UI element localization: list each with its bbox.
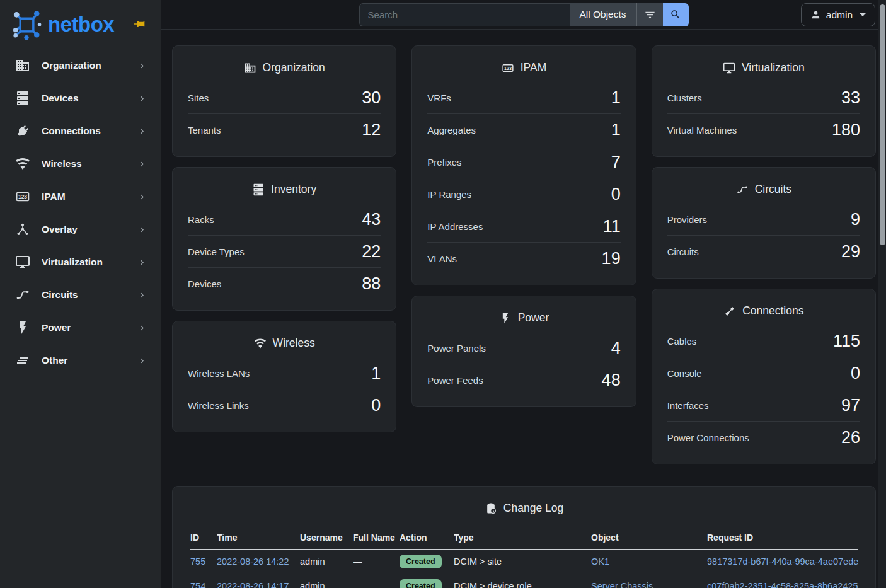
- sidebar-item-circuits[interactable]: Circuits: [0, 279, 161, 311]
- stat-label: Power Feeds: [427, 375, 483, 386]
- transit-icon: [15, 287, 30, 303]
- stat-label: Racks: [188, 214, 214, 225]
- change-username: admin: [300, 574, 353, 588]
- change-id-link[interactable]: 754: [190, 581, 205, 588]
- col-header-type: Type: [454, 527, 591, 550]
- dashboard: Organization Sites 30 Tenants 12: [161, 30, 886, 588]
- stat-label: Devices: [188, 279, 221, 289]
- stat-row-vrfs[interactable]: VRFs 1: [427, 82, 620, 114]
- stat-row-aggregates[interactable]: Aggregates 1: [427, 114, 620, 146]
- sidebar-item-wireless[interactable]: Wireless: [0, 147, 161, 180]
- card-title-text: Power: [518, 311, 549, 325]
- stat-row-providers[interactable]: Providers 9: [667, 204, 860, 236]
- stat-row-device-types[interactable]: Device Types 22: [188, 236, 381, 268]
- stat-row-clusters[interactable]: Clusters 33: [667, 82, 860, 114]
- stat-row-power-feeds[interactable]: Power Feeds 48: [427, 364, 620, 396]
- scrollbar-thumb[interactable]: [880, 4, 885, 245]
- chevron-right-icon: [137, 127, 147, 136]
- plug-icon: [15, 124, 30, 139]
- stat-label: VLANs: [427, 253, 457, 264]
- stat-value: 12: [362, 120, 381, 140]
- stat-label: Console: [667, 368, 702, 379]
- search-filter-button[interactable]: [636, 3, 663, 26]
- change-request-id-link[interactable]: 9817317d-b67f-440a-99ca-4ae07ede94df: [707, 556, 858, 567]
- change-type: DCIM > device role: [454, 574, 591, 588]
- change-id-link[interactable]: 755: [190, 556, 205, 567]
- col-header-id: ID: [190, 527, 217, 550]
- stat-label: Sites: [188, 93, 209, 103]
- chevron-right-icon: [137, 225, 147, 234]
- stat-row-cables[interactable]: Cables 115: [667, 325, 860, 357]
- stat-row-ip-addresses[interactable]: IP Addresses 11: [427, 210, 620, 243]
- stat-value: 26: [841, 428, 860, 447]
- stat-row-interfaces[interactable]: Interfaces 97: [667, 389, 860, 422]
- card-title-text: Connections: [742, 304, 803, 318]
- sidebar-item-devices[interactable]: Devices: [0, 82, 161, 115]
- sidebar-item-ipam[interactable]: IPAM: [0, 180, 161, 213]
- stat-row-wireless-lans[interactable]: Wireless LANs 1: [188, 357, 381, 389]
- stat-label: Clusters: [667, 93, 702, 103]
- stat-value: 97: [841, 396, 860, 415]
- stat-row-vlans[interactable]: VLANs 19: [427, 243, 620, 275]
- pin-sidebar-icon[interactable]: [133, 18, 146, 30]
- global-search: All Objects: [359, 3, 689, 26]
- change-full-name: —: [353, 574, 400, 588]
- col-header-object: Object: [591, 527, 707, 550]
- chevron-right-icon: [137, 258, 147, 267]
- stat-value: 88: [362, 274, 381, 294]
- stat-row-circuits[interactable]: Circuits 29: [667, 236, 860, 268]
- change-time-link[interactable]: 2022-08-26 14:17: [217, 581, 289, 588]
- stat-row-wireless-links[interactable]: Wireless Links 0: [188, 389, 381, 422]
- stat-value: 33: [841, 88, 860, 108]
- stat-row-racks[interactable]: Racks 43: [188, 204, 381, 236]
- stat-value: 1: [611, 120, 621, 140]
- stat-label: Power Connections: [667, 432, 749, 443]
- action-badge: Created: [400, 555, 442, 568]
- chevron-right-icon: [137, 192, 147, 202]
- sidebar-item-virtualization[interactable]: Virtualization: [0, 246, 161, 279]
- stat-row-tenants[interactable]: Tenants 12: [188, 114, 381, 146]
- search-scope-button[interactable]: All Objects: [570, 3, 636, 26]
- sidebar-item-power[interactable]: Power: [0, 311, 161, 344]
- brand-name[interactable]: netbox: [48, 13, 114, 37]
- dashboard-column-2: IPAM VRFs 1 Aggregates 1 Prefixes 7: [411, 45, 636, 407]
- stat-value: 43: [362, 210, 381, 229]
- change-full-name: —: [353, 550, 400, 574]
- sidebar-item-other[interactable]: Other: [0, 344, 161, 377]
- stat-row-power-connections[interactable]: Power Connections 26: [667, 422, 860, 454]
- main-area: All Objects admin Organization: [161, 0, 886, 588]
- card-title-text: Inventory: [271, 183, 316, 196]
- card-title: IPAM: [427, 51, 620, 82]
- stat-row-virtual-machines[interactable]: Virtual Machines 180: [667, 114, 860, 146]
- sidebar-item-overlay[interactable]: Overlay: [0, 213, 161, 246]
- change-object-link[interactable]: OK1: [591, 556, 609, 567]
- sidebar-item-organization[interactable]: Organization: [0, 49, 161, 82]
- stat-value: 0: [611, 185, 621, 204]
- netbox-logo-icon[interactable]: [10, 8, 43, 41]
- change-object-link[interactable]: Server Chassis: [591, 581, 653, 588]
- stat-row-power-panels[interactable]: Power Panels 4: [427, 332, 620, 364]
- stat-row-devices[interactable]: Devices 88: [188, 268, 381, 300]
- stat-value: 7: [611, 153, 621, 172]
- change-time-link[interactable]: 2022-08-26 14:22: [217, 556, 289, 567]
- sidebar-item-connections[interactable]: Connections: [0, 115, 161, 147]
- filter-icon: [644, 9, 656, 21]
- stat-row-console[interactable]: Console 0: [667, 357, 860, 389]
- sidebar: netbox Organization Devices Connections: [0, 0, 161, 588]
- card-title-text: Circuits: [755, 183, 791, 196]
- user-menu-button[interactable]: admin: [801, 3, 875, 26]
- col-header-action: Action: [400, 527, 454, 550]
- stat-row-prefixes[interactable]: Prefixes 7: [427, 146, 620, 178]
- stat-value: 1: [611, 88, 621, 108]
- stat-row-sites[interactable]: Sites 30: [188, 82, 381, 114]
- stat-value: 22: [362, 242, 381, 262]
- changelog-table: ID Time Username Full Name Action Type O…: [190, 527, 858, 588]
- search-input[interactable]: [359, 3, 570, 26]
- caret-down-icon: [860, 13, 866, 16]
- search-submit-button[interactable]: [663, 3, 689, 26]
- scrollbar-track[interactable]: [878, 0, 886, 588]
- change-request-id-link[interactable]: c07f0ab2-2351-4c58-825a-8b6a2425a1ab: [707, 581, 858, 588]
- stat-row-ip-ranges[interactable]: IP Ranges 0: [427, 178, 620, 210]
- stat-label: Tenants: [188, 125, 221, 135]
- sidebar-nav: Organization Devices Connections Wireles…: [0, 49, 161, 377]
